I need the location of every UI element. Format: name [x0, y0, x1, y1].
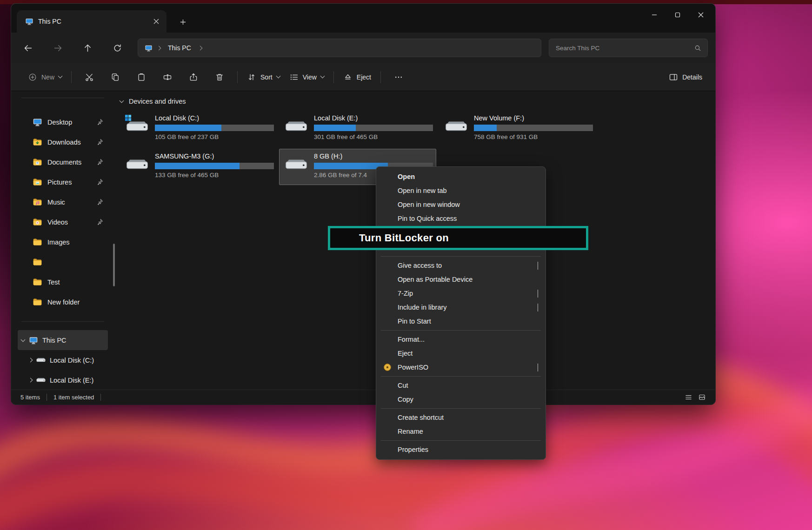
section-title: Devices and drives — [129, 98, 186, 105]
cut-button[interactable] — [76, 68, 102, 86]
sidebar-item-test[interactable]: Test — [18, 272, 108, 292]
back-button[interactable] — [19, 39, 37, 57]
chevron-down-icon[interactable] — [120, 99, 124, 103]
menu-item-pin-to-quick-access[interactable]: Pin to Quick access — [376, 212, 546, 225]
new-tab-button[interactable] — [175, 15, 191, 29]
close-icon — [698, 12, 704, 18]
capacity-bar — [474, 125, 593, 131]
drive-name: 8 GB (H:) — [314, 152, 433, 161]
sidebar-item-folder[interactable] — [18, 252, 108, 272]
drive-name: SAMSUNG-M3 (G:) — [155, 152, 274, 161]
submenu-arrow-wrap — [538, 262, 538, 269]
menu-item-label: Open in new window — [398, 201, 460, 208]
drive-tile-local-disk-e[interactable]: Local Disk (E:) 301 GB free of 465 GB — [279, 111, 436, 147]
chevron-right-icon[interactable] — [28, 358, 33, 363]
share-button[interactable] — [180, 68, 206, 86]
music-folder-icon — [33, 197, 42, 207]
paste-button[interactable] — [128, 68, 154, 86]
sidebar-item-local-disk-e[interactable]: Local Disk (E:) — [18, 370, 108, 390]
delete-button[interactable] — [206, 68, 233, 86]
menu-item-cut[interactable]: Cut — [376, 378, 546, 392]
selected-count: 1 item selected — [53, 394, 94, 401]
sidebar-item-pictures[interactable]: Pictures — [18, 172, 108, 192]
sidebar-item-music[interactable]: Music — [18, 192, 108, 212]
menu-item-poweriso[interactable]: PowerISO — [376, 360, 546, 374]
sidebar-item-label: Videos — [47, 219, 91, 226]
chevron-right-icon[interactable] — [198, 46, 202, 50]
sort-button[interactable]: Sort — [242, 68, 285, 86]
sidebar-item-new-folder[interactable]: New folder — [18, 292, 108, 312]
rename-button[interactable] — [154, 68, 180, 86]
this-pc-icon — [25, 17, 33, 26]
refresh-button[interactable] — [108, 39, 126, 57]
toolbar-separator — [237, 71, 238, 83]
sidebar-item-label: Local Disk (E:) — [50, 377, 103, 384]
menu-item-7-zip[interactable]: 7-Zip — [376, 286, 546, 300]
address-bar[interactable]: This PC — [138, 39, 541, 57]
folder-icon — [33, 237, 42, 247]
menu-item-create-shortcut[interactable]: Create shortcut — [376, 411, 546, 424]
tab-close-icon[interactable] — [153, 19, 159, 24]
drive-icon — [126, 158, 148, 173]
details-button[interactable]: Details — [664, 68, 707, 86]
sidebar-item-desktop[interactable]: Desktop — [18, 112, 108, 132]
section-devices-and-drives[interactable]: Devices and drives — [120, 98, 186, 105]
menu-item-open[interactable]: Open — [376, 170, 546, 184]
menu-item-give-access-to[interactable]: Give access to — [376, 258, 546, 272]
close-button[interactable] — [689, 4, 712, 26]
drive-tile-local-disk-c[interactable]: Local Disk (C:) 105 GB free of 237 GB — [120, 111, 277, 147]
menu-item-include-in-library[interactable]: Include in library — [376, 300, 546, 314]
folder-icon — [33, 257, 42, 267]
eject-button-label: Eject — [357, 73, 371, 81]
sidebar-item-images[interactable]: Images — [18, 232, 108, 252]
menu-item-copy[interactable]: Copy — [376, 392, 546, 406]
up-button[interactable] — [78, 39, 97, 57]
sidebar-item-videos[interactable]: Videos — [18, 212, 108, 232]
menu-item-label: Open as Portable Device — [398, 276, 473, 283]
menu-item-format[interactable]: Format... — [376, 332, 546, 346]
menu-item-turn-bitlocker-on-label: Turn BitLocker on — [359, 232, 449, 244]
minimize-button[interactable] — [643, 4, 666, 26]
forward-button[interactable] — [48, 39, 67, 57]
eject-button[interactable]: Eject — [339, 68, 376, 86]
menu-item-open-in-new-window[interactable]: Open in new window — [376, 198, 546, 212]
chevron-down-icon[interactable] — [21, 337, 26, 342]
pin-icon — [96, 139, 103, 146]
tab-this-pc[interactable]: This PC — [17, 10, 166, 33]
submenu-arrow-wrap — [538, 290, 538, 297]
view-icon — [289, 73, 299, 82]
drive-tile-samsung-m3-g[interactable]: SAMSUNG-M3 (G:) 133 GB free of 465 GB — [120, 149, 277, 185]
sidebar-item-downloads[interactable]: Downloads — [18, 132, 108, 152]
drive-free-space: 301 GB free of 465 GB — [314, 133, 433, 140]
chevron-right-icon[interactable] — [28, 378, 33, 383]
minimize-icon — [652, 12, 657, 18]
menu-item-rename[interactable]: Rename — [376, 424, 546, 438]
more-options-button[interactable] — [386, 68, 412, 86]
view-button[interactable]: View — [285, 68, 329, 86]
sidebar-item-this-pc[interactable]: This PC — [18, 330, 108, 350]
sidebar-item-local-disk-c[interactable]: Local Disk (C:) — [18, 350, 108, 370]
details-view-icon[interactable] — [685, 393, 692, 401]
chevron-right-icon — [538, 262, 538, 270]
new-button[interactable]: New — [23, 68, 67, 86]
menu-item-eject[interactable]: Eject — [376, 346, 546, 360]
bitlocker-highlight-annotation[interactable]: Turn BitLocker on — [328, 226, 588, 250]
menu-item-open-as-portable-device[interactable]: Open as Portable Device — [376, 272, 546, 286]
menu-item-properties[interactable]: Properties — [376, 443, 546, 457]
search-box[interactable] — [549, 39, 708, 57]
maximize-button[interactable] — [666, 4, 689, 26]
drive-free-space: 105 GB free of 237 GB — [155, 133, 274, 140]
search-input[interactable] — [556, 45, 694, 52]
breadcrumb-this-pc[interactable]: This PC — [165, 44, 194, 52]
copy-button[interactable] — [102, 68, 128, 86]
drive-tile-new-volume-f[interactable]: New Volume (F:) 758 GB free of 931 GB — [439, 111, 596, 147]
drive-icon-wrap — [445, 114, 467, 146]
sidebar-item-documents[interactable]: Documents — [18, 152, 108, 172]
this-pc-icon — [145, 44, 153, 52]
drive-free-space: 758 GB free of 931 GB — [474, 133, 593, 140]
menu-item-open-in-new-tab[interactable]: Open in new tab — [376, 184, 546, 198]
large-icons-view-icon[interactable] — [698, 393, 706, 401]
drive-info: SAMSUNG-M3 (G:) 133 GB free of 465 GB — [155, 152, 274, 185]
chevron-right-icon[interactable] — [157, 46, 161, 50]
menu-item-pin-to-start[interactable]: Pin to Start — [376, 314, 546, 328]
